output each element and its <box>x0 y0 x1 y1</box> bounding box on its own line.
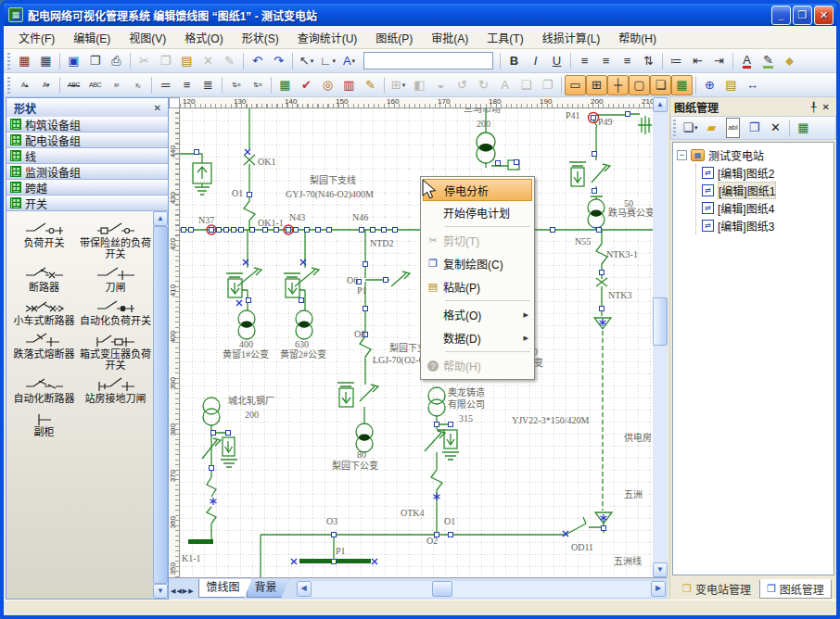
canvas-scroll-down-button[interactable]: ▼ <box>653 562 668 577</box>
new-drawing-button[interactable]: ▦ <box>14 51 35 71</box>
canvas-vscroll-track[interactable] <box>653 112 668 562</box>
connection-points-toggle-button[interactable]: ▢ <box>629 75 650 95</box>
outdent-button[interactable]: ⇤ <box>687 51 708 71</box>
toolbar-gripper[interactable] <box>7 53 10 69</box>
paste-button[interactable]: ▤ <box>176 51 197 71</box>
properties-button[interactable]: ▤ <box>720 75 742 95</box>
shape-item-auto-breaker[interactable]: 自动化断路器 <box>8 376 80 404</box>
shape-item-box-transformer-switch[interactable]: 箱式变压器负荷开关 <box>80 332 151 371</box>
line-spacing-tight-button[interactable]: ═ <box>155 75 176 95</box>
menu-item-edit[interactable]: 编辑(E) <box>64 27 120 48</box>
rename-sheet-button[interactable]: abl <box>722 118 744 138</box>
minimize-button[interactable]: _ <box>771 6 791 25</box>
context-menu-item-help[interactable]: ?帮助(H) <box>423 354 532 377</box>
new-sheet-dropdown-arrow[interactable]: ▾ <box>694 124 698 132</box>
flip-vertical-button[interactable]: ◒ <box>430 75 452 95</box>
tree-expander[interactable]: − <box>677 150 687 160</box>
menu-item-help[interactable]: 帮助(H) <box>609 27 666 48</box>
rotate-text-button[interactable]: A <box>494 75 515 95</box>
stamp-button[interactable]: ▥ <box>338 75 360 95</box>
subscript-button[interactable]: x₂ <box>127 75 148 95</box>
menu-item-view[interactable]: 视图(V) <box>120 27 175 48</box>
ruler-toggle-button[interactable]: ▭ <box>565 75 586 95</box>
strikethrough-button[interactable]: ABC <box>63 75 84 95</box>
guides-toggle-button[interactable]: ┼ <box>607 75 629 95</box>
bold-button[interactable]: B <box>503 51 525 71</box>
text-tool-button[interactable]: A▾ <box>338 51 360 71</box>
sheets-toolbar-gripper[interactable] <box>673 120 676 136</box>
shape-group-0[interactable]: 田构筑设备组 <box>6 117 168 133</box>
page-setup-toggle-button[interactable]: ❏ <box>650 75 671 95</box>
shape-item-dropout-fuse[interactable]: 跌落式熔断器 <box>8 332 80 371</box>
delete-button[interactable]: ✕ <box>197 51 219 71</box>
canvas-hscroll-track[interactable] <box>312 581 651 597</box>
shape-item-station-ground-knife[interactable]: 站房接地刀闸 <box>80 376 151 404</box>
approve-form-button[interactable]: ✔ <box>296 75 317 95</box>
send-backward-button[interactable]: ❐ <box>537 75 558 95</box>
space-below-paragraph-button[interactable]: ⇅≡ <box>247 75 268 95</box>
line-spacing-normal-button[interactable]: ≡ <box>176 75 197 95</box>
shape-group-3[interactable]: 田监测设备组 <box>6 164 168 180</box>
move-shape-button[interactable]: ↔ <box>742 75 763 95</box>
context-menu-item-start-power-cut-plan[interactable]: 开始停电计划 <box>423 201 532 224</box>
context-menu-item-copy-drawing[interactable]: ❐复制绘图(C) <box>423 252 532 275</box>
toolbar-gripper[interactable] <box>7 77 10 94</box>
cut-button[interactable]: ✂ <box>134 51 155 71</box>
prev-page-button[interactable]: ◀ <box>176 587 181 594</box>
shape-item-load-switch[interactable]: 负荷开关 <box>8 221 80 259</box>
line-color-button[interactable]: ✎ <box>757 51 779 71</box>
copy-sheet-button[interactable]: ❐ <box>744 118 765 138</box>
font-color-button[interactable]: A <box>736 51 757 71</box>
line-spacing-loose-button[interactable]: ≣ <box>197 75 219 95</box>
shape-group-2[interactable]: 田线 <box>6 148 168 164</box>
align-shapes-dropdown-arrow[interactable]: ▾ <box>402 82 406 89</box>
increase-font-button[interactable]: A▴ <box>14 75 35 95</box>
copy-button[interactable]: ❐ <box>155 51 176 71</box>
canvas-horizontal-scrollbar[interactable]: ◀ ▶ <box>297 581 666 597</box>
bring-forward-button[interactable]: ❏ <box>515 75 537 95</box>
menu-item-sheet[interactable]: 图纸(P) <box>366 27 422 48</box>
menu-item-shape[interactable]: 形状(S) <box>233 27 288 48</box>
shapes-panel-close-button[interactable]: ✕ <box>151 103 164 113</box>
open-sheet-button[interactable]: ▰ <box>701 118 722 138</box>
shape-item-fused-load-switch[interactable]: 带保险丝的负荷开关 <box>80 221 151 259</box>
pin-icon[interactable]: ╀ <box>808 102 820 112</box>
redo-button[interactable]: ↷ <box>268 51 289 71</box>
shape-item-knife-switch[interactable]: 刀闸 <box>80 265 151 293</box>
align-left-button[interactable]: ≡ <box>574 51 595 71</box>
tab-substation-management[interactable]: ❒变电站管理 <box>676 579 757 599</box>
shapes-scroll-down-button[interactable]: ▼ <box>153 584 168 599</box>
canvas-scroll-up-button[interactable]: ▲ <box>653 97 668 112</box>
style-combo-input[interactable] <box>363 52 493 69</box>
superscript-button[interactable]: x² <box>106 75 127 95</box>
context-menu-item-data[interactable]: 数据(D)▶ <box>423 326 532 349</box>
connector-tool-button[interactable]: ∟▾ <box>317 51 338 71</box>
pointer-tool-button[interactable]: ↖▾ <box>296 51 317 71</box>
shape-group-1[interactable]: 田配电设备组 <box>6 133 168 148</box>
shape-item-trolley-breaker[interactable]: 小车式断路器 <box>8 298 80 326</box>
align-shapes-button[interactable]: ⊞▾ <box>388 75 409 95</box>
bullets-button[interactable]: ≔ <box>666 51 687 71</box>
canvas-vertical-scrollbar[interactable]: ▲ ▼ <box>653 97 668 577</box>
space-above-paragraph-button[interactable]: ⇅≡ <box>225 75 247 95</box>
pointer-tool-dropdown-arrow[interactable]: ▾ <box>311 57 314 65</box>
decrease-font-button[interactable]: A▾ <box>35 75 57 95</box>
shapes-scrollbar[interactable]: ▲ ▼ <box>153 211 168 599</box>
rotate-left-button[interactable]: ↺ <box>452 75 473 95</box>
canvas-vscroll-thumb[interactable] <box>653 297 668 346</box>
align-right-button[interactable]: ≡ <box>617 51 638 71</box>
undo-button[interactable]: ↶ <box>247 51 268 71</box>
save-button[interactable]: ▣ <box>63 51 84 71</box>
pan-zoom-button[interactable]: ⊕ <box>699 75 720 95</box>
context-menu-item-format[interactable]: 格式(O)▶ <box>423 303 532 326</box>
context-menu-item-paste[interactable]: ▤粘贴(P) <box>423 275 532 298</box>
first-page-button[interactable]: ◀ <box>171 587 175 594</box>
shape-group-4[interactable]: 田跨越 <box>6 180 168 196</box>
print-button[interactable]: ⎙ <box>106 51 127 71</box>
context-menu-item-cut[interactable]: ✂剪切(T) <box>423 229 532 252</box>
last-page-button[interactable]: ▶ <box>188 587 193 594</box>
align-center-button[interactable]: ≡ <box>595 51 617 71</box>
print-preview-button[interactable]: ❐ <box>84 51 106 71</box>
new-sheet-button[interactable]: ❏▾ <box>680 118 701 138</box>
shape-item-aux-cabinet[interactable]: 副柜 <box>8 410 80 437</box>
